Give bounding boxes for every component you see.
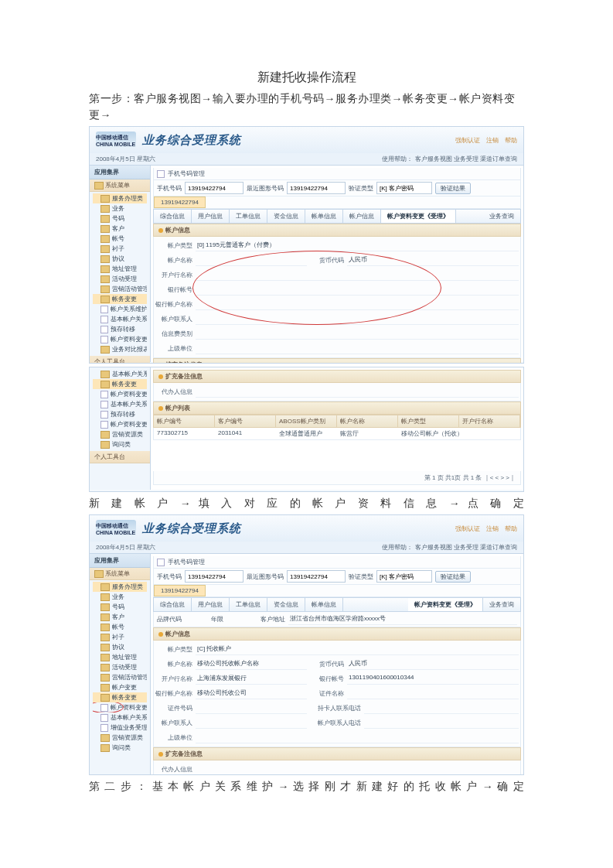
screenshot-1: 中国移动通信 CHINA MOBILE 业务综合受理系统 强制认证 注销 帮助 … bbox=[89, 126, 524, 364]
tab-3[interactable]: 资金信息 bbox=[267, 210, 305, 223]
recent-input[interactable] bbox=[287, 182, 346, 194]
sidebar-personal[interactable]: 个人工具台 bbox=[90, 356, 150, 364]
query-row: 手机号码 最近图形号码 验证类型 验证结果 bbox=[153, 180, 521, 196]
sidebar: 应用集界 系统菜单 服务办理类 业务 号码 客户 帐号 衬子 协议 地址管理 活… bbox=[90, 166, 151, 362]
phone-input-2[interactable] bbox=[185, 570, 243, 583]
logo: 中国移动通信 CHINA MOBILE bbox=[96, 132, 136, 149]
tab-6[interactable]: 帐户资料变更《受理》 bbox=[381, 210, 456, 223]
tab-8[interactable]: 业务查询 bbox=[483, 210, 520, 223]
tab-5[interactable]: 帐户信息 bbox=[343, 210, 381, 223]
pager[interactable]: 第 1 页 共1页 共 1 条 ｜< < > >｜ bbox=[153, 471, 521, 485]
step-mid-text: 新 建 帐 户 → 填 入 对 应 的 帐 户 资 料 信 息 → 点 确 定 bbox=[89, 495, 524, 511]
recent-input-2[interactable] bbox=[287, 570, 346, 583]
phone-chip[interactable]: 13919422794 bbox=[154, 196, 206, 208]
link-auth[interactable]: 强制认证 bbox=[455, 136, 480, 145]
section-account-info: 帐户信息 bbox=[153, 224, 521, 237]
app-header: 中国移动通信 CHINA MOBILE 业务综合受理系统 强制认证 注销 帮助 bbox=[90, 127, 523, 153]
cert-select-2[interactable] bbox=[376, 570, 432, 583]
screenshot-1b: 基本帐户关系变更 帐务变更 帐户资料变更 基本帐户关系变更 预存转移 帐户资料变… bbox=[89, 367, 524, 492]
date-row: 2008年4月5日 星期六 使用帮助： 客户服务视图 业务受理 渠道订单查询 bbox=[90, 153, 523, 166]
step-1-text: 第一步：客户服务视图→输入要办理的手机号码→服务办理类→帐务变更→帐户资料变更→ bbox=[89, 91, 524, 123]
section-remark: 扩充备注信息 bbox=[153, 358, 521, 364]
tab-1[interactable]: 用户信息 bbox=[192, 210, 230, 223]
verify-button-2[interactable]: 验证结果 bbox=[435, 571, 471, 583]
tab-4[interactable]: 帐单信息 bbox=[305, 210, 343, 223]
tab-0[interactable]: 综合信息 bbox=[154, 210, 192, 223]
link-logout-2[interactable]: 注销 bbox=[486, 525, 499, 533]
link-logout[interactable]: 注销 bbox=[486, 136, 499, 145]
sidebar-group[interactable]: 系统菜单 bbox=[90, 179, 150, 192]
phone-input[interactable] bbox=[185, 182, 243, 194]
sidebar-b: 基本帐户关系变更 帐务变更 帐户资料变更 基本帐户关系变更 预存转移 帐户资料变… bbox=[90, 367, 151, 490]
screenshot-2: 中国移动通信 CHINA MOBILE 业务综合受理系统 强制认证 注销 帮助 … bbox=[89, 514, 524, 775]
doc-title: 新建托收操作流程 bbox=[89, 70, 524, 86]
content-area: 手机号码管理 手机号码 最近图形号码 验证类型 验证结果 13919422794… bbox=[151, 166, 523, 362]
breadcrumb-row: 手机号码管理 bbox=[153, 168, 521, 180]
system-title: 业务综合受理系统 bbox=[142, 133, 241, 148]
list-row-b[interactable]: 7733027152031041全球通普通用户账营厅移动公司帐户（托收） bbox=[153, 428, 521, 440]
link-help-2[interactable]: 帮助 bbox=[505, 525, 517, 533]
tab-2[interactable]: 工单信息 bbox=[230, 210, 267, 223]
top-links: 强制认证 注销 帮助 bbox=[455, 136, 517, 145]
form-account: 帐户类型[0] 1195元普通客户（付费） 帐户名称货币代码人民币 开户行名称 … bbox=[153, 237, 521, 358]
link-help[interactable]: 帮助 bbox=[505, 136, 517, 145]
sidebar-tree: 服务办理类 业务 号码 客户 帐号 衬子 协议 地址管理 活动受理 营销活动管理… bbox=[90, 192, 150, 356]
sidebar-header: 应用集界 bbox=[90, 166, 150, 179]
main-tabs: 综合信息 用户信息 工单信息 资金信息 帐单信息 帐户信息 帐户资料变更《受理》… bbox=[153, 209, 521, 224]
cert-select[interactable] bbox=[376, 182, 432, 194]
verify-button[interactable]: 验证结果 bbox=[435, 183, 471, 194]
step-2-text: 第 二 步 ： 基 本 帐 户 关 系 维 护 → 选 择 刚 才 新 建 好 … bbox=[89, 778, 524, 795]
link-auth-2[interactable]: 强制认证 bbox=[455, 525, 480, 533]
